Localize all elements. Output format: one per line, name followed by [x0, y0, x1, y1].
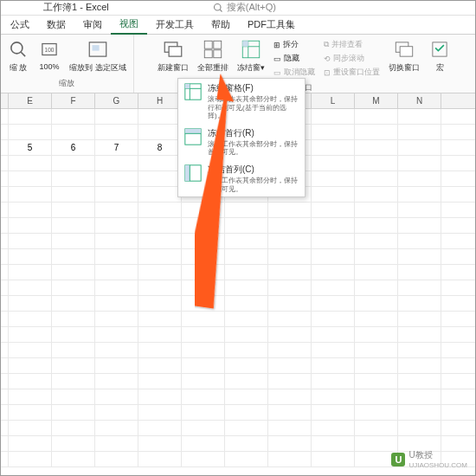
- cell[interactable]: [95, 234, 138, 248]
- cell[interactable]: [312, 187, 355, 202]
- cell[interactable]: [312, 436, 355, 451]
- cell[interactable]: [138, 187, 182, 202]
- cell[interactable]: [398, 421, 441, 435]
- col-header[interactable]: F: [52, 93, 95, 108]
- cell[interactable]: [312, 125, 355, 139]
- cell[interactable]: [398, 358, 441, 373]
- cell[interactable]: [225, 296, 268, 311]
- cell[interactable]: [398, 343, 441, 357]
- cell[interactable]: [398, 156, 441, 170]
- cell[interactable]: [225, 203, 268, 217]
- cell[interactable]: [52, 218, 95, 233]
- tab-help[interactable]: 帮助: [203, 16, 239, 34]
- cell[interactable]: [52, 343, 95, 357]
- cell[interactable]: [52, 327, 95, 342]
- cell[interactable]: [138, 171, 182, 186]
- cell[interactable]: [95, 203, 138, 217]
- cell[interactable]: [95, 405, 138, 420]
- cell[interactable]: [9, 203, 52, 217]
- cell[interactable]: [9, 421, 52, 435]
- cell[interactable]: [312, 327, 355, 342]
- cell[interactable]: [9, 280, 52, 295]
- cell[interactable]: [268, 327, 312, 342]
- tab-data[interactable]: 数据: [38, 16, 74, 34]
- cell[interactable]: [182, 296, 225, 311]
- tab-review[interactable]: 审阅: [74, 16, 111, 34]
- cell[interactable]: [355, 187, 398, 202]
- cell[interactable]: [312, 405, 355, 420]
- cell[interactable]: [355, 156, 398, 170]
- tab-pdf[interactable]: PDF工具集: [239, 16, 304, 34]
- cell[interactable]: [312, 265, 355, 280]
- cell[interactable]: [52, 203, 95, 217]
- cell[interactable]: [268, 358, 312, 373]
- cell[interactable]: [182, 218, 225, 233]
- cell[interactable]: [355, 374, 398, 389]
- cell[interactable]: [9, 343, 52, 357]
- cell[interactable]: [9, 218, 52, 233]
- cell[interactable]: [138, 374, 182, 389]
- cell[interactable]: [312, 452, 355, 466]
- cell[interactable]: [138, 421, 182, 435]
- cell[interactable]: [312, 171, 355, 186]
- cell[interactable]: [138, 312, 182, 326]
- cell[interactable]: [182, 249, 225, 264]
- cell[interactable]: [182, 234, 225, 248]
- cell[interactable]: [9, 358, 52, 373]
- cell[interactable]: [52, 405, 95, 420]
- cell[interactable]: [182, 343, 225, 357]
- cell[interactable]: [268, 436, 312, 451]
- cell[interactable]: [138, 389, 182, 404]
- view-side-button[interactable]: ⧉并排查看: [322, 38, 382, 51]
- cell[interactable]: [268, 265, 312, 280]
- cell[interactable]: [225, 249, 268, 264]
- cell[interactable]: [138, 218, 182, 233]
- cell[interactable]: [52, 156, 95, 170]
- cell[interactable]: [52, 358, 95, 373]
- cell[interactable]: [52, 296, 95, 311]
- cell[interactable]: [9, 405, 52, 420]
- cell[interactable]: [52, 171, 95, 186]
- cell[interactable]: [268, 218, 312, 233]
- cell[interactable]: [312, 140, 355, 155]
- cell[interactable]: [95, 218, 138, 233]
- cell[interactable]: [9, 436, 52, 451]
- cell[interactable]: 7: [95, 140, 138, 155]
- cell[interactable]: [138, 343, 182, 357]
- cell[interactable]: [312, 312, 355, 326]
- cell[interactable]: [182, 436, 225, 451]
- cell[interactable]: [95, 343, 138, 357]
- cell[interactable]: [312, 280, 355, 295]
- cell[interactable]: [52, 109, 95, 124]
- tab-view[interactable]: 视图: [111, 15, 147, 35]
- arrange-all-button[interactable]: 全部重排: [194, 36, 232, 75]
- cell[interactable]: [95, 421, 138, 435]
- cell[interactable]: [138, 358, 182, 373]
- cell[interactable]: [398, 140, 441, 155]
- cell[interactable]: [138, 156, 182, 170]
- split-button[interactable]: ⊞拆分: [272, 38, 317, 51]
- cell[interactable]: [398, 125, 441, 139]
- switch-window-button[interactable]: 切换窗口: [385, 36, 423, 75]
- cell[interactable]: [268, 203, 312, 217]
- cell[interactable]: [182, 265, 225, 280]
- cell[interactable]: [52, 187, 95, 202]
- cell[interactable]: [268, 452, 312, 466]
- cell[interactable]: [268, 389, 312, 404]
- cell[interactable]: [52, 265, 95, 280]
- cell[interactable]: [398, 109, 441, 124]
- cell[interactable]: [95, 125, 138, 139]
- cell[interactable]: [268, 280, 312, 295]
- freeze-first-col-option[interactable]: 冻结首列(C) 滚动工作表其余部分时，保持首列可见。: [178, 160, 305, 196]
- cell[interactable]: [138, 234, 182, 248]
- cell[interactable]: [312, 109, 355, 124]
- cell[interactable]: 6: [52, 140, 95, 155]
- cell[interactable]: [225, 421, 268, 435]
- cell[interactable]: [95, 389, 138, 404]
- cell[interactable]: [398, 389, 441, 404]
- cell[interactable]: [9, 265, 52, 280]
- search-box[interactable]: 搜索(Alt+Q): [213, 1, 276, 14]
- cell[interactable]: [398, 296, 441, 311]
- cell[interactable]: [225, 312, 268, 326]
- cell[interactable]: [95, 452, 138, 466]
